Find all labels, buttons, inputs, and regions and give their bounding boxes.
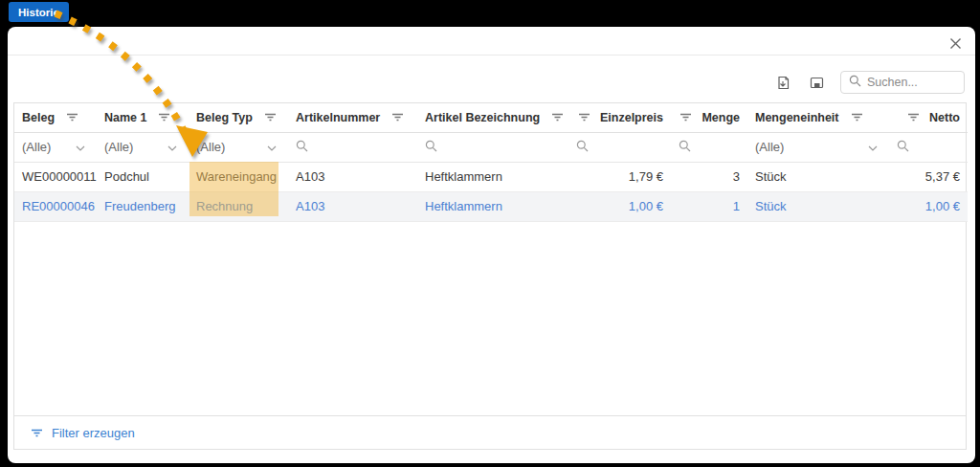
cell-menge[interactable]: 3 <box>671 162 747 191</box>
cell-beleg-typ[interactable]: Wareneingang <box>189 162 288 191</box>
cell-netto[interactable]: 5,37 € <box>889 162 968 191</box>
column-header-artikelnummer[interactable]: Artikelnummer <box>288 103 417 132</box>
cell-mengeneinheit[interactable]: Stück <box>747 162 889 191</box>
column-chooser-icon <box>809 79 825 94</box>
export-icon <box>775 79 791 94</box>
header-filter-icon[interactable] <box>679 111 692 124</box>
search-icon <box>897 141 909 155</box>
filter-value: (Alle) <box>22 140 51 154</box>
column-header-beleg-typ[interactable]: Beleg Typ <box>189 103 288 132</box>
search-box[interactable] <box>840 71 965 94</box>
filter-value: (Alle) <box>755 140 784 154</box>
column-header-mengeneinheit[interactable]: Mengeneinheit <box>747 103 889 132</box>
history-dialog: Beleg Name 1 Beleg Typ Artikelnummer Art… <box>8 27 975 463</box>
cell-beleg[interactable]: RE00000046 <box>14 191 97 221</box>
column-header-menge[interactable]: Menge <box>671 103 747 132</box>
column-label: Name 1 <box>104 111 146 124</box>
filter-name1[interactable]: (Alle) <box>97 132 189 162</box>
cell-einzelpreis[interactable]: 1,00 € <box>568 191 671 221</box>
search-icon <box>576 141 589 155</box>
column-header-beleg[interactable]: Beleg <box>14 103 97 132</box>
filter-artikelnummer[interactable] <box>288 132 417 162</box>
header-filter-icon[interactable] <box>158 111 170 124</box>
cell-artikel-bezeichnung[interactable]: Heftklammern <box>417 191 568 221</box>
cell-beleg-typ[interactable]: Rechnung <box>189 191 288 221</box>
filter-beleg[interactable]: (Alle) <box>14 132 97 162</box>
cell-beleg[interactable]: WE00000011 <box>14 162 97 191</box>
header-filter-icon[interactable] <box>907 111 920 124</box>
data-grid: Beleg Name 1 Beleg Typ Artikelnummer Art… <box>13 102 967 450</box>
column-label: Artikelnummer <box>296 111 380 124</box>
search-icon <box>425 141 437 155</box>
search-icon <box>296 141 308 155</box>
close-icon <box>948 39 963 54</box>
filter-artikel-bezeichnung[interactable] <box>417 132 568 162</box>
cell-artikelnummer[interactable]: A103 <box>288 191 417 221</box>
chevron-down-icon[interactable] <box>868 140 878 154</box>
filter-beleg-typ[interactable]: (Alle) <box>189 132 288 162</box>
cell-name1[interactable]: Podchul <box>97 162 189 191</box>
column-header-name1[interactable]: Name 1 <box>97 103 189 132</box>
dialog-header <box>8 27 975 56</box>
create-filter-link[interactable]: Filter erzeugen <box>14 415 966 449</box>
table-row-selected[interactable]: RE00000046 Freudenberg Rechnung A103 Hef… <box>14 191 968 221</box>
grid-filter-row: (Alle) (Alle) (Alle) (Alle) <box>14 132 968 162</box>
close-button[interactable] <box>947 34 964 52</box>
filter-einzelpreis[interactable] <box>568 132 671 162</box>
filter-value: (Alle) <box>104 140 133 154</box>
column-label: Artikel Bezeichnung <box>425 111 540 124</box>
search-input[interactable] <box>867 76 956 89</box>
cell-mengeneinheit[interactable]: Stück <box>747 191 889 221</box>
grid-empty-area <box>14 222 966 416</box>
search-icon <box>679 141 691 155</box>
column-label: Beleg Typ <box>196 111 253 124</box>
cell-netto[interactable]: 1,00 € <box>889 191 968 221</box>
header-filter-icon[interactable] <box>851 111 863 124</box>
create-filter-label: Filter erzeugen <box>52 426 135 440</box>
chevron-down-icon[interactable] <box>76 140 85 154</box>
chevron-down-icon[interactable] <box>167 140 177 154</box>
header-filter-icon[interactable] <box>264 111 277 124</box>
historie-button[interactable]: Historie <box>9 2 69 22</box>
column-label: Einzelpreis <box>600 111 663 124</box>
header-filter-icon[interactable] <box>578 111 590 124</box>
chevron-down-icon[interactable] <box>267 140 277 154</box>
column-header-netto[interactable]: Netto <box>889 103 968 132</box>
column-label: Netto <box>929 111 960 124</box>
column-header-artikel-bezeichnung[interactable]: Artikel Bezeichnung <box>417 103 568 132</box>
column-header-einzelpreis[interactable]: Einzelpreis <box>568 103 671 132</box>
header-filter-icon[interactable] <box>391 111 404 124</box>
grid-toolbar <box>773 71 965 94</box>
filter-mengeneinheit[interactable]: (Alle) <box>747 132 889 162</box>
column-chooser-button[interactable] <box>807 73 827 93</box>
filter-menge[interactable] <box>671 132 747 162</box>
cell-menge[interactable]: 1 <box>671 191 747 221</box>
column-label: Menge <box>702 111 740 124</box>
table-row[interactable]: WE00000011 Podchul Wareneingang A103 Hef… <box>14 162 968 191</box>
screen: Historie <box>0 0 980 467</box>
header-filter-icon[interactable] <box>551 111 564 124</box>
filter-value: (Alle) <box>196 140 225 154</box>
filter-netto[interactable] <box>889 132 968 162</box>
cell-artikel-bezeichnung[interactable]: Heftklammern <box>417 162 568 191</box>
create-filter-icon <box>31 426 43 440</box>
column-label: Mengeneinheit <box>755 111 839 124</box>
cell-einzelpreis[interactable]: 1,79 € <box>568 162 671 191</box>
export-button[interactable] <box>773 73 793 93</box>
column-label: Beleg <box>22 111 55 124</box>
search-icon <box>849 74 861 91</box>
grid-header-row: Beleg Name 1 Beleg Typ Artikelnummer Art… <box>14 103 968 132</box>
cell-artikelnummer[interactable]: A103 <box>288 162 417 191</box>
cell-name1[interactable]: Freudenberg <box>97 191 189 221</box>
header-filter-icon[interactable] <box>66 111 78 124</box>
